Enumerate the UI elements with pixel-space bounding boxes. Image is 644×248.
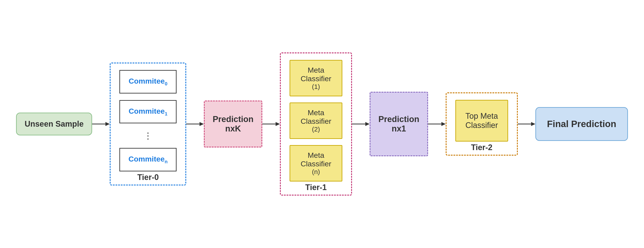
dots: ⋮ <box>120 130 176 141</box>
arrow-3 <box>262 121 280 127</box>
commitee-1-label: Commitee1 <box>128 107 168 115</box>
tier1-label: Tier-1 <box>305 183 326 192</box>
tier1-container: MetaClassifier (1) MetaClassifier (2) Me… <box>280 52 352 196</box>
arrow-2 <box>186 121 204 127</box>
meta-classifier-1-label: MetaClassifier <box>297 66 335 83</box>
meta-classifier-2-box: MetaClassifier (2) <box>290 103 342 139</box>
meta-classifier-1-sub: (1) <box>297 83 335 90</box>
arrow-5 <box>428 121 446 127</box>
commitee-n-box: Commiteen <box>120 148 176 171</box>
meta-classifier-n-sub: (n) <box>297 168 335 176</box>
commitee-0-box: Commitee0 <box>120 70 176 94</box>
tier2-label: Tier-2 <box>471 143 492 152</box>
svg-marker-11 <box>531 122 536 126</box>
meta-classifier-2-label: MetaClassifier <box>297 109 335 125</box>
tier0-container: Commitee0 Commitee1 ⋮ Commiteen Tier-0 <box>110 63 186 185</box>
tier0-label: Tier-0 <box>138 173 159 182</box>
prediction-nx1-box: Prediction nx1 <box>370 92 428 156</box>
svg-marker-5 <box>276 122 280 126</box>
meta-classifier-n-label: MetaClassifier <box>297 151 335 168</box>
meta-classifier-n-box: MetaClassifier (n) <box>290 145 342 181</box>
meta-classifier-1-box: MetaClassifier (1) <box>290 60 342 96</box>
prediction-nx1-line2: nx1 <box>378 124 419 133</box>
prediction-nx1-line1: Prediction <box>378 115 419 124</box>
commitee-0-label: Commitee0 <box>128 77 168 85</box>
arrow-6 <box>518 121 536 127</box>
svg-marker-7 <box>365 122 370 126</box>
commitee-1-box: Commitee1 <box>120 100 176 124</box>
diagram-inner: Unseen Sample Commitee0 Commitee1 ⋮ Comm… <box>16 52 628 196</box>
unseen-sample-label: Unseen Sample <box>25 120 84 128</box>
commitee-n-label: Commiteen <box>128 155 168 163</box>
final-prediction-label: Final Prediction <box>547 119 616 129</box>
arrow-1 <box>92 121 110 127</box>
final-prediction-box: Final Prediction <box>536 107 628 141</box>
tier2-container: Top Meta Classifier Tier-2 <box>446 92 518 156</box>
svg-marker-1 <box>106 122 110 126</box>
prediction-nxk-line2: nxK <box>212 124 254 133</box>
diagram-container: Unseen Sample Commitee0 Commitee1 ⋮ Comm… <box>0 0 644 248</box>
arrow-4 <box>352 121 370 127</box>
prediction-nxk-line1: Prediction <box>212 115 254 124</box>
unseen-sample-box: Unseen Sample <box>16 113 92 135</box>
meta-classifier-2-sub: (2) <box>297 125 335 133</box>
top-meta-line1: Top Meta <box>465 112 499 121</box>
svg-marker-9 <box>441 122 446 126</box>
svg-marker-3 <box>200 122 204 126</box>
top-meta-line2: Classifier <box>465 121 499 130</box>
prediction-nxk-box: Prediction nxK <box>204 101 262 147</box>
top-meta-classifier-box: Top Meta Classifier <box>455 100 508 141</box>
